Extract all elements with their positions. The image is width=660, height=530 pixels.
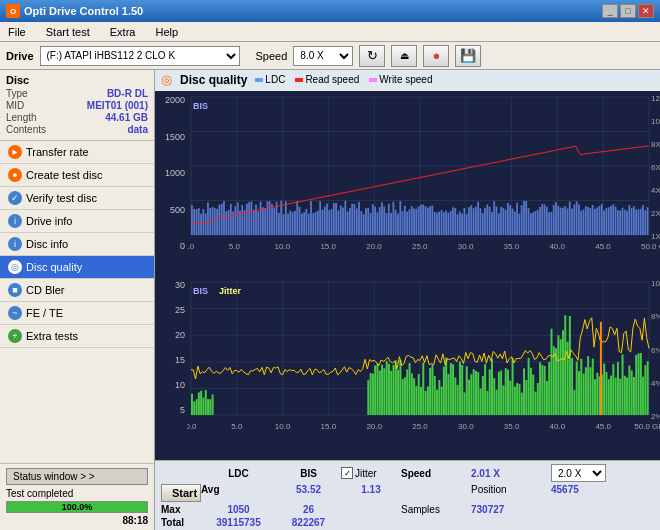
save-button[interactable]: 💾 <box>455 45 481 67</box>
minimize-button[interactable]: _ <box>602 4 618 18</box>
sidebar-label-transfer-rate: Transfer rate <box>26 146 89 158</box>
eject-button[interactable]: ⏏ <box>391 45 417 67</box>
quality-title: Disc quality <box>180 73 247 87</box>
disc-val-type: BD-R DL <box>107 88 148 99</box>
top-chart-y-axis-left: 2000 1500 1000 500 0 <box>157 93 187 253</box>
start-button[interactable]: Start <box>161 484 201 502</box>
disc-key-type: Type <box>6 88 28 99</box>
jitter-checkbox-area: ✓ Jitter <box>341 467 401 479</box>
extra-tests-icon: + <box>8 329 22 343</box>
transfer-rate-icon: ► <box>8 145 22 159</box>
samples-value: 730727 <box>471 504 551 515</box>
legend-write-speed: Write speed <box>369 74 432 85</box>
bottom-chart-y-axis-left: 30 25 20 15 10 5 <box>157 278 187 418</box>
sidebar-btn-disc-quality[interactable]: ◎ Disc quality <box>0 256 154 279</box>
position-value: 45675 <box>551 484 621 495</box>
chart-legend: LDC Read speed Write speed <box>255 74 432 85</box>
menu-file[interactable]: File <box>4 24 30 40</box>
sidebar-label-create-test-disc: Create test disc <box>26 169 102 181</box>
ldc-dot <box>255 78 263 82</box>
menu-extra[interactable]: Extra <box>106 24 140 40</box>
test-completed-label: Test completed <box>6 488 148 499</box>
disc-row-type: Type BD-R DL <box>6 88 148 99</box>
stats-total-row: Total 39115735 822267 <box>161 517 660 528</box>
sidebar-btn-create-test-disc[interactable]: ● Create test disc <box>0 164 154 187</box>
app-title: Opti Drive Control 1.50 <box>24 5 143 17</box>
disc-info-section: Disc Type BD-R DL MID MEIT01 (001) Lengt… <box>0 70 154 141</box>
sidebar-label-drive-info: Drive info <box>26 215 72 227</box>
status-window-button[interactable]: Status window > > <box>6 468 148 485</box>
speed-val: 2.01 X <box>471 468 551 479</box>
menubar: File Start test Extra Help <box>0 22 660 42</box>
disc-info-icon: i <box>8 237 22 251</box>
speed-select[interactable]: 8.0 X <box>293 46 353 66</box>
disc-key-length: Length <box>6 112 37 123</box>
titlebar-left: O Opti Drive Control 1.50 <box>6 4 143 18</box>
create-test-disc-icon: ● <box>8 168 22 182</box>
sidebar-btn-extra-tests[interactable]: + Extra tests <box>0 325 154 348</box>
disc-row-contents: Contents data <box>6 124 148 135</box>
sidebar: Disc Type BD-R DL MID MEIT01 (001) Lengt… <box>0 70 155 530</box>
max-label: Max <box>161 504 201 515</box>
sidebar-btn-verify-test-disc[interactable]: ✓ Verify test disc <box>0 187 154 210</box>
quality-icon: ◎ <box>161 72 172 87</box>
sidebar-label-extra-tests: Extra tests <box>26 330 78 342</box>
sidebar-btn-drive-info[interactable]: i Drive info <box>0 210 154 233</box>
charts-container: 2000 1500 1000 500 0 30 25 20 15 10 5 <box>155 91 660 460</box>
jitter-checkbox[interactable]: ✓ <box>341 467 353 479</box>
sidebar-label-fe-te: FE / TE <box>26 307 63 319</box>
stats-header-row: LDC BIS ✓ Jitter Speed 2.01 X 2.0 X <box>161 464 660 482</box>
legend-ldc: LDC <box>255 74 285 85</box>
col-speed: Speed <box>401 468 471 479</box>
sidebar-btn-disc-info[interactable]: i Disc info <box>0 233 154 256</box>
max-bis: 26 <box>276 504 341 515</box>
drive-label: Drive <box>6 50 34 62</box>
avg-bis: 1.13 <box>341 484 401 495</box>
write-speed-dot <box>369 78 377 82</box>
cd-bler-icon: ■ <box>8 283 22 297</box>
refresh-button[interactable]: ↻ <box>359 45 385 67</box>
avg-label: Avg <box>201 484 276 495</box>
drive-select[interactable]: (F:) ATAPI iHBS112 2 CLO K <box>40 46 240 66</box>
avg-ldc: 53.52 <box>276 484 341 495</box>
disc-section-title: Disc <box>6 74 148 86</box>
bottom-chart: 30 25 20 15 10 5 <box>157 278 660 461</box>
disc-val-mid: MEIT01 (001) <box>87 100 148 111</box>
stats-avg-row: Avg 53.52 1.13 Position 45675 Start <box>161 484 660 502</box>
titlebar: O Opti Drive Control 1.50 _ □ ✕ <box>0 0 660 22</box>
sidebar-btn-transfer-rate[interactable]: ► Transfer rate <box>0 141 154 164</box>
stats-max-row: Max 1050 26 Samples 730727 <box>161 504 660 515</box>
sidebar-btn-cd-bler[interactable]: ■ CD Bler <box>0 279 154 302</box>
quality-header: ◎ Disc quality LDC Read speed Write spee… <box>155 70 660 89</box>
legend-read-speed: Read speed <box>295 74 359 85</box>
samples-label: Samples <box>401 504 471 515</box>
drive-info-icon: i <box>8 214 22 228</box>
total-ldc: 39115735 <box>201 517 276 528</box>
col-ldc: LDC <box>201 468 276 479</box>
top-chart: 2000 1500 1000 500 0 <box>157 93 660 276</box>
sidebar-label-disc-info: Disc info <box>26 238 68 250</box>
speed-select2[interactable]: 2.0 X <box>551 464 606 482</box>
position-label: Position <box>471 484 551 495</box>
disc-quality-icon: ◎ <box>8 260 22 274</box>
disc-row-mid: MID MEIT01 (001) <box>6 100 148 111</box>
disc-row-length: Length 44.61 GB <box>6 112 148 123</box>
drivebar: Drive (F:) ATAPI iHBS112 2 CLO K Speed 8… <box>0 42 660 70</box>
total-label: Total <box>161 517 201 528</box>
progress-bar: 100.0% <box>6 501 148 513</box>
close-button[interactable]: ✕ <box>638 4 654 18</box>
menu-help[interactable]: Help <box>151 24 182 40</box>
sidebar-btn-fe-te[interactable]: ~ FE / TE <box>0 302 154 325</box>
disc-key-mid: MID <box>6 100 24 111</box>
sidebar-label-cd-bler: CD Bler <box>26 284 65 296</box>
sidebar-label-disc-quality: Disc quality <box>26 261 82 273</box>
burn-button[interactable]: ● <box>423 45 449 67</box>
progress-bar-fill: 100.0% <box>7 502 147 512</box>
max-ldc: 1050 <box>201 504 276 515</box>
maximize-button[interactable]: □ <box>620 4 636 18</box>
menu-starttest[interactable]: Start test <box>42 24 94 40</box>
titlebar-buttons[interactable]: _ □ ✕ <box>602 4 654 18</box>
col-bis: BIS <box>276 468 341 479</box>
time-display: 88:18 <box>6 515 148 526</box>
disc-key-contents: Contents <box>6 124 46 135</box>
